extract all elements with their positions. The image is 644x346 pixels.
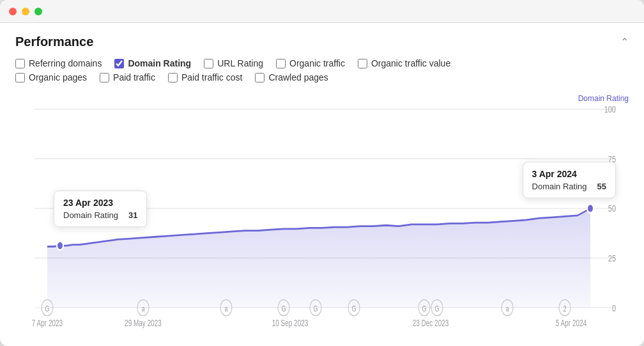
checkbox-paid-traffic[interactable]: Paid traffic bbox=[100, 72, 155, 83]
maximize-button[interactable] bbox=[34, 8, 42, 15]
checkbox-input-crawled-pages[interactable] bbox=[255, 73, 264, 83]
tooltip-left: 23 Apr 2023 Domain Rating 31 bbox=[54, 191, 147, 227]
tooltip-left-metric: Domain Rating bbox=[63, 210, 118, 220]
svg-text:G: G bbox=[314, 304, 318, 313]
tooltip-right-date: 3 Apr 2024 bbox=[532, 169, 606, 179]
tooltip-left-value: 31 bbox=[128, 210, 137, 220]
titlebar bbox=[0, 0, 644, 23]
checkbox-input-referring-domains[interactable] bbox=[15, 59, 25, 68]
svg-text:23 Dec 2023: 23 Dec 2023 bbox=[413, 318, 449, 329]
section-header: Performance ⌃ bbox=[15, 35, 629, 49]
chart-dot-right bbox=[587, 204, 594, 213]
checkbox-paid-traffic-cost[interactable]: Paid traffic cost bbox=[168, 72, 242, 83]
svg-text:a: a bbox=[505, 304, 509, 313]
svg-text:0: 0 bbox=[612, 303, 616, 313]
tooltip-right: 3 Apr 2024 Domain Rating 55 bbox=[523, 162, 616, 198]
svg-text:G: G bbox=[282, 304, 286, 313]
tooltip-right-row: Domain Rating 55 bbox=[532, 182, 606, 191]
checkbox-referring-domains[interactable]: Referring domains bbox=[15, 58, 102, 68]
svg-text:G: G bbox=[45, 304, 50, 313]
tooltip-left-row: Domain Rating 31 bbox=[63, 210, 137, 220]
tooltip-right-metric: Domain Rating bbox=[532, 182, 587, 191]
checkbox-organic-traffic-value[interactable]: Organic traffic value bbox=[358, 58, 450, 68]
checkbox-input-url-rating[interactable] bbox=[204, 59, 213, 68]
collapse-icon[interactable]: ⌃ bbox=[620, 36, 629, 48]
chart-axis-label: Domain Rating bbox=[578, 94, 629, 103]
main-content: Performance ⌃ Referring domains Domain R… bbox=[0, 23, 644, 346]
tooltip-left-date: 23 Apr 2023 bbox=[63, 198, 137, 208]
svg-text:5 Apr 2024: 5 Apr 2024 bbox=[556, 318, 587, 329]
checkbox-url-rating[interactable]: URL Rating bbox=[204, 58, 263, 68]
close-button[interactable] bbox=[9, 8, 17, 15]
checkbox-input-paid-traffic-cost[interactable] bbox=[168, 73, 178, 83]
checkbox-domain-rating[interactable]: Domain Rating bbox=[114, 58, 191, 68]
checkbox-input-organic-traffic[interactable] bbox=[276, 59, 286, 68]
checkboxes-row1: Referring domains Domain Rating URL Rati… bbox=[15, 58, 629, 68]
checkbox-input-organic-pages[interactable] bbox=[15, 73, 25, 83]
svg-text:G: G bbox=[435, 304, 440, 313]
app-window: Performance ⌃ Referring domains Domain R… bbox=[0, 0, 644, 346]
chart-area: Domain Rating 100 75 50 25 0 bbox=[15, 91, 629, 340]
checkbox-input-paid-traffic[interactable] bbox=[100, 73, 109, 83]
svg-text:G: G bbox=[422, 304, 427, 313]
checkbox-input-organic-traffic-value[interactable] bbox=[358, 59, 367, 68]
svg-text:29 May 2023: 29 May 2023 bbox=[125, 318, 162, 329]
svg-text:25: 25 bbox=[608, 253, 616, 263]
checkbox-organic-traffic[interactable]: Organic traffic bbox=[276, 58, 345, 68]
checkbox-crawled-pages[interactable]: Crawled pages bbox=[255, 72, 328, 83]
minimize-button[interactable] bbox=[22, 8, 29, 15]
svg-text:7 Apr 2023: 7 Apr 2023 bbox=[32, 318, 63, 329]
svg-text:100: 100 bbox=[604, 104, 616, 114]
chart-dot-left bbox=[57, 241, 63, 250]
svg-text:2: 2 bbox=[563, 304, 566, 313]
checkbox-input-domain-rating[interactable] bbox=[114, 59, 124, 68]
checkboxes-row2: Organic pages Paid traffic Paid traffic … bbox=[15, 72, 629, 83]
svg-text:G: G bbox=[352, 304, 356, 313]
svg-text:10 Sep 2023: 10 Sep 2023 bbox=[272, 318, 309, 329]
section-title: Performance bbox=[15, 35, 93, 49]
svg-text:a: a bbox=[141, 304, 145, 313]
svg-text:50: 50 bbox=[608, 203, 616, 214]
tooltip-right-value: 55 bbox=[597, 182, 606, 191]
checkbox-organic-pages[interactable]: Organic pages bbox=[15, 72, 87, 83]
svg-text:a: a bbox=[224, 304, 228, 313]
